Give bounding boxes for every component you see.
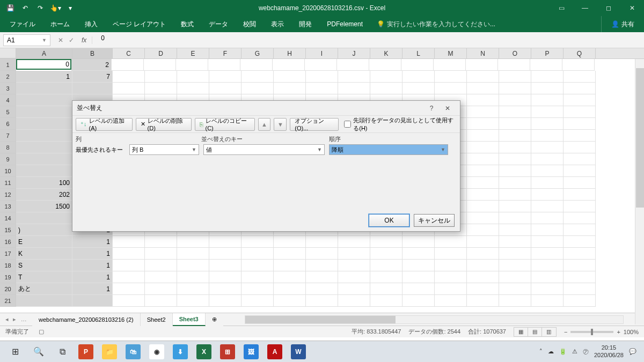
tab-review[interactable]: 校閲: [236, 16, 264, 32]
cell[interactable]: [402, 295, 435, 307]
cell[interactable]: [16, 295, 72, 307]
cell[interactable]: [467, 271, 499, 283]
row-header[interactable]: 9: [0, 153, 16, 165]
cell[interactable]: [274, 260, 306, 271]
cell[interactable]: [531, 83, 564, 94]
cell[interactable]: [241, 71, 274, 83]
nav-more-icon[interactable]: …: [21, 316, 27, 323]
cell[interactable]: [499, 236, 531, 248]
header-row-checkbox-input[interactable]: [344, 121, 351, 128]
share-button[interactable]: 👤 共有: [601, 16, 644, 32]
chevron-down-icon[interactable]: ▼: [42, 38, 47, 43]
cell[interactable]: [435, 236, 467, 248]
cell[interactable]: [145, 248, 177, 260]
zoom-level[interactable]: 100%: [624, 329, 639, 335]
cell[interactable]: [274, 283, 306, 295]
cell[interactable]: [306, 83, 338, 94]
cell[interactable]: [564, 71, 596, 83]
cell[interactable]: [370, 271, 402, 283]
cell[interactable]: [209, 260, 241, 271]
col-header-i[interactable]: I: [306, 48, 338, 58]
name-box[interactable]: A1 ▼: [3, 34, 50, 46]
cancel-button[interactable]: キャンセル: [414, 214, 455, 227]
col-header-o[interactable]: O: [499, 48, 531, 58]
cell[interactable]: 1: [72, 236, 113, 248]
cell[interactable]: [370, 283, 402, 295]
cell[interactable]: 1: [72, 260, 113, 271]
cell[interactable]: [564, 260, 596, 271]
cell[interactable]: [467, 83, 499, 94]
cell[interactable]: [499, 165, 531, 177]
cell[interactable]: [402, 236, 435, 248]
tab-home[interactable]: ホーム: [43, 16, 77, 32]
row-header[interactable]: 14: [0, 212, 16, 224]
col-header-c[interactable]: C: [113, 48, 145, 58]
cell[interactable]: [564, 283, 596, 295]
page-layout-view-icon[interactable]: ▤: [528, 328, 542, 336]
cell[interactable]: [241, 283, 274, 295]
search-icon[interactable]: 🔍: [27, 341, 50, 363]
cell[interactable]: [531, 248, 564, 260]
row-header[interactable]: 5: [0, 106, 16, 118]
cell[interactable]: [209, 248, 241, 260]
row-header[interactable]: 15: [0, 224, 16, 236]
cell[interactable]: [16, 106, 72, 118]
copy-level-button[interactable]: ⎘レベルのコピー(C): [195, 118, 255, 131]
cell[interactable]: [499, 283, 531, 295]
col-header-b[interactable]: B: [72, 48, 113, 58]
cell[interactable]: [72, 295, 113, 307]
cell[interactable]: [176, 59, 208, 71]
tray-ime-icon[interactable]: ㋐: [583, 348, 589, 356]
cell[interactable]: [531, 165, 564, 177]
col-header-h[interactable]: H: [274, 48, 306, 58]
cell[interactable]: [531, 271, 564, 283]
cell[interactable]: 1: [72, 271, 113, 283]
cell[interactable]: [337, 59, 369, 71]
cell[interactable]: [467, 177, 499, 189]
cell[interactable]: [499, 224, 531, 236]
row-header[interactable]: 11: [0, 177, 16, 189]
cell[interactable]: [113, 236, 145, 248]
dialog-help-icon[interactable]: ?: [423, 105, 440, 112]
cell[interactable]: [531, 236, 564, 248]
cell[interactable]: [435, 271, 467, 283]
cell[interactable]: [499, 130, 531, 142]
cell[interactable]: [338, 71, 370, 83]
cell[interactable]: [531, 153, 564, 165]
cell[interactable]: [402, 260, 435, 271]
cell[interactable]: [16, 94, 72, 106]
cell[interactable]: [177, 283, 209, 295]
tab-formulas[interactable]: 数式: [173, 16, 201, 32]
cell[interactable]: [499, 71, 531, 83]
cell[interactable]: [499, 260, 531, 271]
cell[interactable]: [499, 212, 531, 224]
cell[interactable]: [177, 248, 209, 260]
sheet-tab-2[interactable]: Sheet2: [141, 313, 173, 326]
row-header[interactable]: 20: [0, 283, 16, 295]
column-select[interactable]: 列 B▼: [129, 144, 199, 155]
cell[interactable]: [274, 236, 306, 248]
cell[interactable]: [16, 142, 72, 153]
cell[interactable]: [209, 71, 241, 83]
cell[interactable]: [402, 71, 435, 83]
cell[interactable]: [499, 106, 531, 118]
col-header-q[interactable]: Q: [564, 48, 596, 58]
options-button[interactable]: オプション(O)...: [290, 118, 339, 131]
row-header[interactable]: 17: [0, 248, 16, 260]
cell[interactable]: [564, 130, 596, 142]
sheet-tab-3[interactable]: Sheet3: [173, 313, 206, 326]
cell[interactable]: [16, 212, 72, 224]
cell[interactable]: [531, 295, 564, 307]
cell[interactable]: [564, 177, 596, 189]
col-header-p[interactable]: P: [531, 48, 564, 58]
row-header[interactable]: 19: [0, 271, 16, 283]
cell[interactable]: [499, 201, 531, 212]
cell[interactable]: [370, 260, 402, 271]
cell[interactable]: K: [16, 248, 72, 260]
sorton-select[interactable]: 値▼: [203, 144, 325, 155]
cell[interactable]: [564, 201, 596, 212]
cell[interactable]: [306, 295, 338, 307]
row-header[interactable]: 8: [0, 142, 16, 153]
cell[interactable]: [274, 83, 306, 94]
cell[interactable]: [113, 83, 145, 94]
